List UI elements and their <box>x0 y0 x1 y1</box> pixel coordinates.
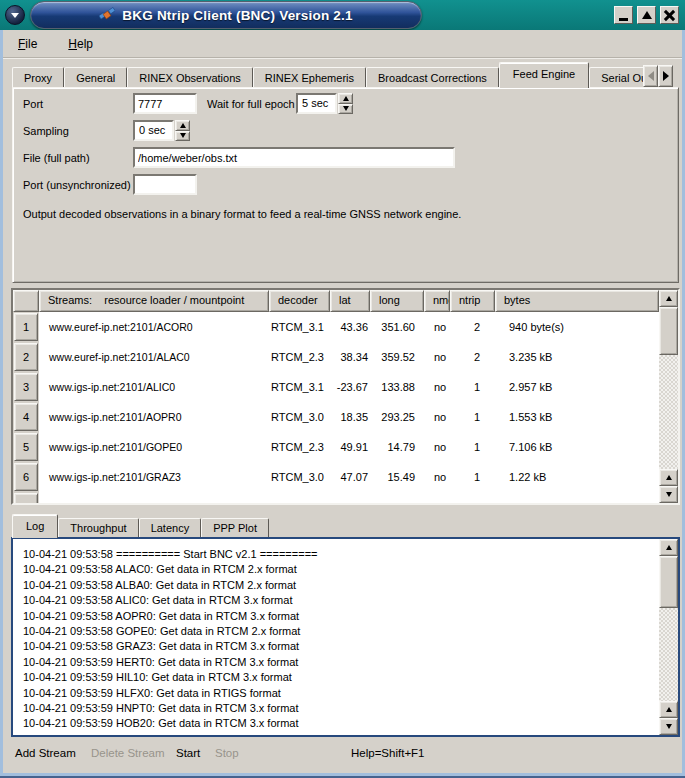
cell-bytes: 3.235 kB <box>495 342 659 372</box>
minimize-button[interactable] <box>614 6 633 24</box>
scroll-up-button-bottom[interactable] <box>659 469 678 486</box>
scroll-down-button[interactable] <box>659 486 678 503</box>
cell-decoder: RTCM_3.1 <box>269 372 330 402</box>
window-menu-button[interactable] <box>5 5 25 25</box>
file-input[interactable] <box>133 147 455 168</box>
log-view[interactable]: 10-04-21 09:53:58 ========== Start BNC v… <box>11 537 680 737</box>
title-pill[interactable]: BKG Ntrip Client (BNC) Version 2.1 <box>30 1 422 29</box>
row-number-button[interactable]: 2 <box>14 343 38 371</box>
row-number-button[interactable]: 6 <box>14 463 38 491</box>
log-line: 10-04-21 09:53:58 ALIC0: Get data in RTC… <box>23 593 659 608</box>
app-satellite-icon <box>99 7 115 23</box>
log-line: 10-04-21 09:53:58 ========== Start BNC v… <box>23 547 659 562</box>
close-icon <box>664 10 675 21</box>
sampling-value[interactable]: 0 sec <box>133 120 174 141</box>
log-line: 10-04-21 09:53:59 HIL10: Get data in RTC… <box>23 670 659 685</box>
tab-broadcast-corrections[interactable]: Broadcast Corrections <box>366 67 499 88</box>
epoch-label: Wait for full epoch <box>207 96 295 112</box>
header-nmea[interactable]: nmea <box>424 290 450 312</box>
header-ntrip[interactable]: ntrip <box>450 290 495 312</box>
epoch-value[interactable]: 5 sec <box>296 93 337 114</box>
row-number-button[interactable]: 4 <box>14 403 38 431</box>
cell-nmea: no <box>424 372 450 402</box>
tab-latency[interactable]: Latency <box>139 518 202 538</box>
tab-scroll-right-button[interactable] <box>658 65 673 87</box>
table-row[interactable]: 4 www.igs-ip.net:2101/AOPR0 RTCM_3.0 18.… <box>13 402 659 432</box>
table-row[interactable]: 6 www.igs-ip.net:2101/GRAZ3 RTCM_3.0 47.… <box>13 462 659 492</box>
bottom-toolbar: Add Stream Delete Stream Start Stop Help… <box>3 744 682 768</box>
scroll-up-button-bottom[interactable] <box>659 701 678 718</box>
row-number-button[interactable]: 3 <box>14 373 38 401</box>
table-row[interactable]: 3 www.igs-ip.net:2101/ALIC0 RTCM_3.1 -23… <box>13 372 659 402</box>
streams-vertical-scrollbar[interactable] <box>659 290 678 503</box>
cell-nmea: no <box>424 402 450 432</box>
tab-throughput[interactable]: Throughput <box>58 518 138 538</box>
stop-button[interactable]: Stop <box>215 747 239 759</box>
port-unsync-input[interactable] <box>133 174 197 195</box>
spin-up-button[interactable] <box>175 120 190 131</box>
tab-log[interactable]: Log <box>12 514 58 538</box>
log-line: 10-04-21 09:53:59 HOFN0: Get data in RTC… <box>23 732 659 735</box>
table-row[interactable]: 1 www.euref-ip.net:2101/ACOR0 RTCM_3.1 4… <box>13 312 659 342</box>
down-arrow-icon <box>666 724 672 729</box>
main-window: File Help Proxy General RINEX Observatio… <box>0 30 685 778</box>
scrollbar-thumb[interactable] <box>659 307 678 355</box>
cell-lat: 47.07 <box>330 462 370 492</box>
port-label: Port <box>23 96 43 112</box>
cell-nmea: no <box>424 462 450 492</box>
table-row[interactable]: 2 www.euref-ip.net:2101/ALAC0 RTCM_2.3 3… <box>13 342 659 372</box>
header-long[interactable]: long <box>370 290 424 312</box>
down-arrow-icon <box>666 492 672 497</box>
scrollbar-track[interactable] <box>659 355 678 469</box>
tab-general[interactable]: General <box>64 67 127 88</box>
header-decoder[interactable]: decoder <box>269 290 330 312</box>
menu-help[interactable]: Help <box>66 35 95 53</box>
spin-down-button[interactable] <box>175 131 190 142</box>
row-number-button[interactable]: 5 <box>14 433 38 461</box>
cell-long: 359.52 <box>370 342 424 372</box>
cell-lat: 18.35 <box>330 402 370 432</box>
cell-ntrip: 2 <box>450 342 495 372</box>
tab-feed-engine[interactable]: Feed Engine <box>499 62 589 88</box>
start-button[interactable]: Start <box>176 747 200 759</box>
cell-bytes: 7.106 kB <box>495 432 659 462</box>
port-input[interactable] <box>133 93 197 114</box>
tab-rinex-observations[interactable]: RINEX Observations <box>127 67 252 88</box>
spin-up-button[interactable] <box>338 93 353 104</box>
scrollbar-track[interactable] <box>659 608 678 701</box>
tab-proxy[interactable]: Proxy <box>12 67 64 88</box>
sampling-spinbox[interactable]: 0 sec <box>133 120 190 141</box>
cell-lat: 49.91 <box>330 432 370 462</box>
feed-engine-panel: Port Wait for full epoch 5 sec Sampling … <box>12 87 679 283</box>
cell-mountpoint: www.igs-ip.net:2101/AOPR0 <box>39 402 269 432</box>
table-row-partial <box>13 492 659 503</box>
streams-table-body: 1 www.euref-ip.net:2101/ACOR0 RTCM_3.1 4… <box>13 312 659 503</box>
header-lat[interactable]: lat <box>330 290 370 312</box>
scroll-down-button[interactable] <box>659 718 678 735</box>
scroll-up-button[interactable] <box>659 539 678 556</box>
maximize-button[interactable] <box>637 6 656 24</box>
streams-table-header: Streams: resource loader / mountpoint de… <box>13 290 659 312</box>
settings-tabbar: Proxy General RINEX Observations RINEX E… <box>12 61 653 88</box>
maximize-icon <box>642 11 652 19</box>
tab-scroll-left-button[interactable] <box>643 65 658 87</box>
header-streams[interactable]: Streams: resource loader / mountpoint <box>39 290 269 312</box>
row-number-button[interactable]: 1 <box>14 313 38 341</box>
delete-stream-button[interactable]: Delete Stream <box>91 747 165 759</box>
epoch-spinbox[interactable]: 5 sec <box>296 93 353 114</box>
log-vertical-scrollbar[interactable] <box>659 539 678 735</box>
tab-rinex-ephemeris[interactable]: RINEX Ephemeris <box>253 67 366 88</box>
spin-down-button[interactable] <box>338 104 353 115</box>
log-line: 10-04-21 09:53:59 HERT0: Get data in RTC… <box>23 655 659 670</box>
epoch-spin-buttons <box>338 93 353 114</box>
cell-decoder: RTCM_2.3 <box>269 342 330 372</box>
menu-file[interactable]: File <box>16 35 39 53</box>
close-button[interactable] <box>660 6 679 24</box>
table-row[interactable]: 5 www.igs-ip.net:2101/GOPE0 RTCM_2.3 49.… <box>13 432 659 462</box>
cell-decoder: RTCM_3.1 <box>269 312 330 342</box>
tab-ppp-plot[interactable]: PPP Plot <box>201 518 269 538</box>
scrollbar-thumb[interactable] <box>659 556 678 608</box>
scroll-up-button[interactable] <box>659 290 678 307</box>
header-bytes[interactable]: bytes <box>495 290 659 312</box>
add-stream-button[interactable]: Add Stream <box>15 747 76 759</box>
